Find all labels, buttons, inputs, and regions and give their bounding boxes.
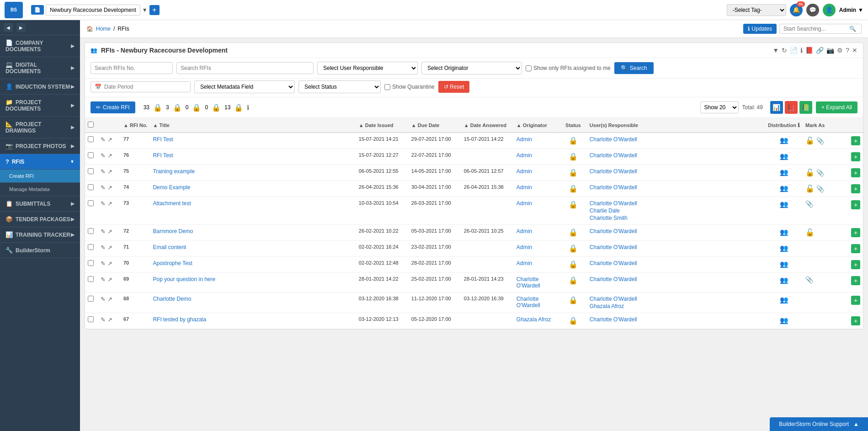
originator-link[interactable]: Admin bbox=[517, 152, 532, 159]
user-link[interactable]: Charlotte O'Wardell bbox=[590, 260, 762, 266]
row-plus-button[interactable]: + bbox=[851, 316, 860, 325]
edit-icon[interactable]: ✎ bbox=[101, 316, 106, 323]
edit-icon[interactable]: ✎ bbox=[101, 296, 106, 303]
sidebar-item-digital-documents[interactable]: 💻DIGITAL DOCUMENTS ▶ bbox=[0, 57, 80, 79]
edit-icon[interactable]: ✎ bbox=[101, 260, 106, 267]
user-link[interactable]: Charlotte O'Wardell bbox=[590, 244, 762, 250]
sidebar-item-project-photos[interactable]: 📷PROJECT PHOTOS ▶ bbox=[0, 138, 80, 154]
search-button[interactable]: 🔍 Search bbox=[614, 62, 654, 74]
user-link[interactable]: Charlotte O'Wardell bbox=[590, 184, 762, 191]
unlock-icon[interactable]: 🔓 bbox=[805, 228, 815, 237]
sidebar-item-company-documents[interactable]: 📄COMPANY DOCUMENTS ▶ bbox=[0, 35, 80, 57]
metadata-field-select[interactable]: Select Metadata Field bbox=[194, 80, 295, 93]
user-chevron-icon[interactable]: ▼ bbox=[858, 7, 863, 13]
sidebar-item-project-drawings[interactable]: 📐PROJECT DRAWINGS ▶ bbox=[0, 117, 80, 138]
breadcrumb-home-link[interactable]: Home bbox=[96, 26, 111, 32]
chart-icon-button[interactable]: 📊 bbox=[770, 101, 783, 114]
originator-link[interactable]: Admin bbox=[517, 184, 532, 191]
settings-icon[interactable]: ⚙ bbox=[837, 47, 843, 54]
add-project-button[interactable]: + bbox=[149, 5, 160, 15]
rfi-title-link[interactable]: Demo Example bbox=[153, 184, 190, 191]
attach-icon[interactable]: 📎 bbox=[805, 276, 813, 283]
share-icon[interactable]: ↗ bbox=[107, 200, 112, 207]
row-checkbox[interactable] bbox=[88, 276, 94, 282]
distribution-icon[interactable]: 👥 bbox=[780, 276, 788, 284]
originator-link[interactable]: Charlotte O'Wardell bbox=[517, 296, 540, 309]
unlock-icon[interactable]: 🔓 bbox=[805, 168, 815, 177]
global-search-input[interactable] bbox=[783, 26, 847, 32]
row-checkbox[interactable] bbox=[88, 200, 94, 206]
dist-info-icon[interactable]: ℹ bbox=[798, 122, 800, 128]
row-plus-button[interactable]: + bbox=[851, 244, 860, 253]
user-responsible-select[interactable]: Select User Responsible bbox=[317, 62, 418, 74]
originator-link[interactable]: Ghazala Afroz bbox=[517, 316, 551, 323]
edit-icon[interactable]: ✎ bbox=[101, 200, 106, 207]
pdf-export-button[interactable]: 📕 bbox=[785, 101, 798, 114]
rfi-title-link[interactable]: RFI tested by ghazala bbox=[153, 316, 206, 323]
user-link[interactable]: Charlotte O'Wardell bbox=[590, 168, 762, 175]
row-plus-button[interactable]: + bbox=[851, 260, 860, 269]
originator-link[interactable]: Admin bbox=[517, 136, 532, 143]
expand-all-button[interactable]: + Expand All bbox=[816, 101, 857, 113]
row-plus-button[interactable]: + bbox=[851, 136, 860, 145]
support-bar[interactable]: BuilderStorm Online Support ▲ bbox=[770, 417, 868, 431]
user-link[interactable]: Charlotte O'Wardell bbox=[590, 152, 762, 159]
th-date-issued[interactable]: ▲ Date Issued bbox=[356, 118, 409, 133]
sidebar-toggle-right[interactable]: ▶ bbox=[16, 23, 26, 32]
row-plus-button[interactable]: + bbox=[851, 184, 860, 193]
rfi-title-link[interactable]: Attachment test bbox=[153, 200, 191, 207]
attach-icon[interactable]: 📎 bbox=[816, 185, 824, 192]
refresh-icon[interactable]: ↻ bbox=[782, 47, 787, 54]
user-link[interactable]: Charlotte O'Wardell bbox=[590, 200, 762, 207]
th-rfi-no[interactable]: ▲ RFI No. bbox=[121, 118, 150, 133]
attach-icon[interactable]: 📎 bbox=[805, 200, 813, 208]
notification-badge[interactable]: 🔔 86 bbox=[790, 4, 803, 16]
info-circle-icon[interactable]: ℹ bbox=[800, 47, 803, 54]
share-icon[interactable]: ↗ bbox=[107, 276, 112, 283]
share-icon[interactable]: ↗ bbox=[107, 244, 112, 251]
sidebar-item-builderstorm[interactable]: 🔧BuilderStorm bbox=[0, 243, 80, 258]
excel-export-button[interactable]: 📗 bbox=[799, 101, 812, 114]
attach-icon[interactable]: 📎 bbox=[816, 169, 824, 176]
distribution-icon[interactable]: 👥 bbox=[780, 244, 788, 252]
user-link[interactable]: Charlotte Smith bbox=[590, 215, 762, 221]
user-link[interactable]: Charlotte O'Wardell bbox=[590, 316, 762, 323]
share-icon[interactable]: ↗ bbox=[107, 228, 112, 235]
share-icon[interactable]: ↗ bbox=[107, 316, 112, 323]
row-checkbox[interactable] bbox=[88, 184, 94, 190]
create-rfi-button[interactable]: ✏ Create RFI bbox=[91, 101, 135, 113]
rfi-title-link[interactable]: RFI Test bbox=[153, 136, 173, 143]
sidebar-item-training-tracker[interactable]: 📊TRAINING TRACKER ▶ bbox=[0, 227, 80, 243]
rfi-title-link[interactable]: Apostrophe Test bbox=[153, 260, 192, 266]
select-all-checkbox[interactable] bbox=[88, 122, 94, 128]
distribution-icon[interactable]: 👥 bbox=[780, 184, 788, 192]
row-plus-button[interactable]: + bbox=[851, 276, 860, 285]
user-link[interactable]: Charlie Dale bbox=[590, 208, 762, 214]
user-link[interactable]: Charlotte O'Wardell bbox=[590, 296, 762, 302]
originator-link[interactable]: Admin bbox=[517, 228, 532, 234]
sidebar-toggle-left[interactable]: ◀ bbox=[4, 23, 13, 32]
row-checkbox[interactable] bbox=[88, 244, 94, 250]
search-rfis-input[interactable] bbox=[176, 62, 314, 74]
share-icon[interactable]: ↗ bbox=[107, 296, 112, 303]
edit-icon[interactable]: ✎ bbox=[101, 136, 106, 143]
pdf-icon[interactable]: 📕 bbox=[805, 47, 813, 54]
distribution-icon[interactable]: 👥 bbox=[780, 316, 788, 324]
edit-icon[interactable]: ✎ bbox=[101, 152, 106, 159]
show-assigned-checkbox[interactable] bbox=[526, 65, 532, 71]
row-checkbox[interactable] bbox=[88, 260, 94, 266]
camera-icon[interactable]: 📷 bbox=[826, 47, 834, 54]
distribution-icon[interactable]: 👥 bbox=[780, 200, 788, 208]
document-icon[interactable]: 📄 bbox=[790, 47, 798, 54]
share-icon[interactable]: ↗ bbox=[107, 168, 112, 175]
sidebar-item-induction-system[interactable]: 👤INDUCTION SYSTEM ▶ bbox=[0, 79, 80, 95]
user-link[interactable]: Ghazala Afroz bbox=[590, 303, 762, 309]
status-info-icon[interactable]: ℹ bbox=[247, 104, 249, 111]
user-link[interactable]: Charlotte O'Wardell bbox=[590, 136, 762, 143]
originator-link[interactable]: Charlotte O'Wardell bbox=[517, 276, 540, 289]
row-plus-button[interactable]: + bbox=[851, 168, 860, 177]
edit-icon[interactable]: ✎ bbox=[101, 168, 106, 175]
row-plus-button[interactable]: + bbox=[851, 152, 860, 161]
project-dropdown[interactable]: Newbury Racecourse Development bbox=[46, 5, 140, 16]
search-rfi-no-input[interactable] bbox=[91, 62, 173, 74]
